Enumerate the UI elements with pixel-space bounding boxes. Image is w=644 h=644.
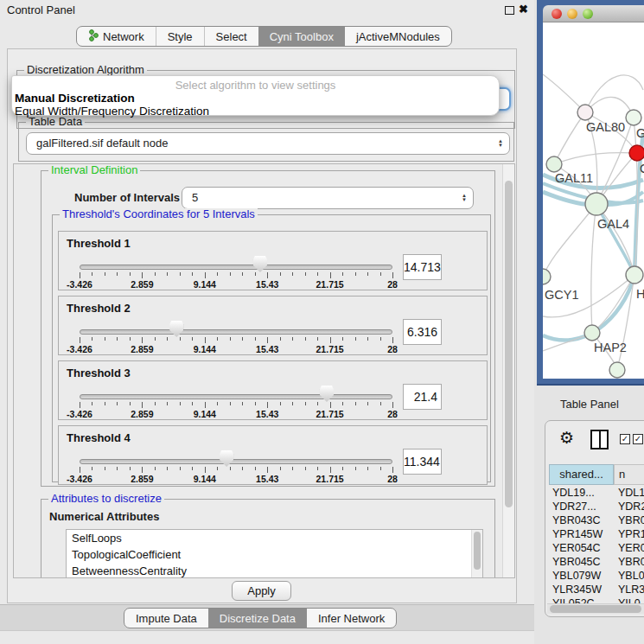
close-traffic-light-icon[interactable] bbox=[552, 9, 562, 19]
network-node-gal80[interactable] bbox=[577, 105, 593, 120]
table-row[interactable]: YBR043CYBR0 bbox=[545, 514, 644, 528]
network-view-window: GAL80GACGAL11GAL4HGCY1HAP2 bbox=[537, 0, 644, 386]
slider-thumb[interactable] bbox=[253, 256, 267, 272]
tab-cyni-toolbox[interactable]: Cyni Toolbox bbox=[258, 27, 345, 46]
slider-thumb[interactable] bbox=[169, 321, 183, 337]
attributes-group-title: Attributes to discretize bbox=[48, 493, 164, 505]
tab-style[interactable]: Style bbox=[156, 27, 204, 46]
network-node-gal4[interactable] bbox=[585, 193, 608, 215]
tab-infer-network[interactable]: Infer Network bbox=[307, 609, 396, 628]
top-tab-bar: Network Style Select Cyni Toolbox jActiv… bbox=[76, 26, 452, 47]
table-data-group: Table Data galFiltered.sif default node … bbox=[18, 122, 514, 162]
network-node[interactable] bbox=[609, 362, 625, 378]
numerical-attributes-list[interactable]: SelfLoopsTopologicalCoefficientBetweenne… bbox=[66, 529, 483, 578]
table-horizontal-scrollbar[interactable] bbox=[547, 603, 644, 614]
tab-discretize-data[interactable]: Discretize Data bbox=[208, 609, 307, 628]
dropdown-option-equal-width-frequency[interactable]: Equal Width/Frequency Discretization bbox=[15, 105, 209, 118]
number-of-intervals-value: 5 bbox=[192, 188, 198, 208]
slider-track[interactable] bbox=[80, 394, 392, 399]
tab-network[interactable]: Network bbox=[77, 27, 156, 46]
checked-checkbox-icon[interactable]: ✓ bbox=[620, 434, 630, 444]
threshold-label: Threshold 3 bbox=[67, 367, 131, 379]
table-data-group-title: Table Data bbox=[26, 116, 85, 128]
column-header-name[interactable]: n bbox=[614, 464, 644, 485]
zoom-traffic-light-icon[interactable] bbox=[583, 9, 593, 19]
number-of-intervals-combobox[interactable]: 5 ▲▼ bbox=[182, 187, 474, 209]
node-label: GAL4 bbox=[597, 217, 629, 231]
tab-jactivemnodules[interactable]: jActiveMNodules bbox=[345, 27, 451, 46]
table-row[interactable]: YDR27...YDR2 bbox=[545, 501, 644, 514]
table-data-combobox-value: galFiltered.sif default node bbox=[36, 133, 168, 154]
slider-thumb[interactable] bbox=[220, 450, 233, 467]
slider-ticks bbox=[80, 272, 392, 279]
slider-thumb[interactable] bbox=[320, 386, 334, 402]
node-label: GAL11 bbox=[555, 171, 593, 185]
combo-stepper-icon: ▲▼ bbox=[462, 194, 467, 202]
network-node-hap2[interactable] bbox=[584, 325, 600, 341]
threshold-box: Threshold 2 -3.4262.8599.14415.4321.7152… bbox=[58, 296, 488, 355]
table-row[interactable]: YDL19...YDL1 bbox=[545, 487, 644, 501]
network-canvas[interactable]: GAL80GACGAL11GAL4HGCY1HAP2 bbox=[543, 22, 644, 379]
panel-title: Control Panel bbox=[7, 3, 75, 16]
threshold-value-field[interactable]: 6.316 bbox=[403, 319, 442, 345]
table-row[interactable]: YER054CYER0 bbox=[545, 542, 644, 556]
table-rows[interactable]: YDL19...YDL1YDR27...YDR2YBR043CYBR0YPR14… bbox=[545, 487, 644, 603]
tab-select[interactable]: Select bbox=[204, 27, 258, 46]
table-row[interactable]: YPR145WYPR1 bbox=[545, 528, 644, 542]
threshold-box: Threshold 3 -3.4262.8599.14415.4321.7152… bbox=[58, 360, 488, 420]
threshold-value-field[interactable]: 21.4 bbox=[403, 384, 442, 410]
minimize-traffic-light-icon[interactable] bbox=[567, 9, 577, 19]
table-row[interactable]: YLR345WYLR3 bbox=[545, 583, 644, 597]
attribute-list-item[interactable]: BetweennessCentrality bbox=[67, 563, 482, 578]
table-row[interactable]: YIL052CYIL0 bbox=[545, 597, 644, 603]
settings-vertical-scrollbar[interactable] bbox=[502, 164, 514, 577]
table-row[interactable]: YBR045CYBR0 bbox=[545, 556, 644, 570]
checked-checkbox-icon[interactable]: ✓ bbox=[633, 434, 643, 444]
network-node-c[interactable] bbox=[629, 145, 644, 161]
interval-definition-group: Interval Definition Number of Intervals … bbox=[41, 170, 495, 487]
scrollbar-thumb[interactable] bbox=[474, 532, 481, 570]
thresholds-group: Threshold's Coordinates for 5 Intervals … bbox=[52, 214, 491, 482]
table-panel: ⚙ ✓ ✓ shared... n YDL19...YDL1YDR27...YD… bbox=[545, 420, 644, 617]
attribute-list-item[interactable]: SelfLoops bbox=[67, 530, 482, 546]
slider-ticks bbox=[80, 402, 392, 409]
thresholds-group-title: Threshold's Coordinates for 5 Intervals bbox=[60, 208, 258, 220]
threshold-box: Threshold 1 -3.4262.8599.14415.4321.7152… bbox=[58, 231, 488, 290]
attributes-list-scrollbar[interactable] bbox=[471, 530, 482, 578]
network-node-h[interactable] bbox=[626, 266, 643, 284]
scrollbar-thumb[interactable] bbox=[505, 181, 513, 507]
threshold-value-field[interactable]: 11.344 bbox=[403, 449, 442, 475]
slider-track[interactable] bbox=[80, 329, 392, 335]
control-panel: Control Panel ✖ Network Style Select Cyn… bbox=[0, 0, 534, 644]
node-label: GAL80 bbox=[586, 120, 625, 134]
float-window-icon[interactable] bbox=[505, 6, 514, 15]
network-node-gal11[interactable] bbox=[546, 156, 562, 172]
table-data-combobox[interactable]: galFiltered.sif default node ▲▼ bbox=[26, 132, 510, 155]
slider-ticks bbox=[80, 467, 392, 474]
attributes-group: Attributes to discretize Numerical Attri… bbox=[41, 499, 495, 578]
network-icon bbox=[88, 29, 99, 44]
control-panel-titlebar: Control Panel ✖ bbox=[0, 0, 534, 21]
tab-impute-data[interactable]: Impute Data bbox=[124, 609, 208, 628]
slider-tick-labels: -3.4262.8599.14415.4321.71528 bbox=[80, 344, 392, 354]
slider-track[interactable] bbox=[80, 265, 392, 270]
node-label: GCY1 bbox=[545, 288, 579, 302]
split-columns-icon[interactable] bbox=[590, 430, 609, 450]
network-node-ga[interactable] bbox=[626, 110, 641, 125]
network-nodes[interactable] bbox=[543, 105, 644, 378]
network-window-titlebar[interactable] bbox=[543, 5, 644, 22]
attribute-list-item[interactable]: TopologicalCoefficient bbox=[67, 546, 482, 563]
slider-track[interactable] bbox=[80, 459, 392, 464]
apply-button[interactable]: Apply bbox=[232, 581, 291, 601]
network-node-gcy1[interactable] bbox=[543, 269, 551, 284]
threshold-value-field[interactable]: 14.713 bbox=[403, 254, 442, 280]
combo-stepper-icon: ▲▼ bbox=[498, 139, 503, 148]
scrollbar-thumb[interactable] bbox=[550, 605, 641, 613]
column-header-shared-name[interactable]: shared... bbox=[549, 464, 614, 485]
close-icon[interactable]: ✖ bbox=[519, 3, 528, 16]
node-label: HAP2 bbox=[594, 341, 627, 354]
gear-icon[interactable]: ⚙ bbox=[559, 428, 574, 448]
dropdown-option-manual-discretization[interactable]: Manual Discretization bbox=[15, 92, 135, 105]
table-row[interactable]: YBL079WYBL0 bbox=[545, 570, 644, 583]
slider-ticks bbox=[80, 337, 392, 344]
